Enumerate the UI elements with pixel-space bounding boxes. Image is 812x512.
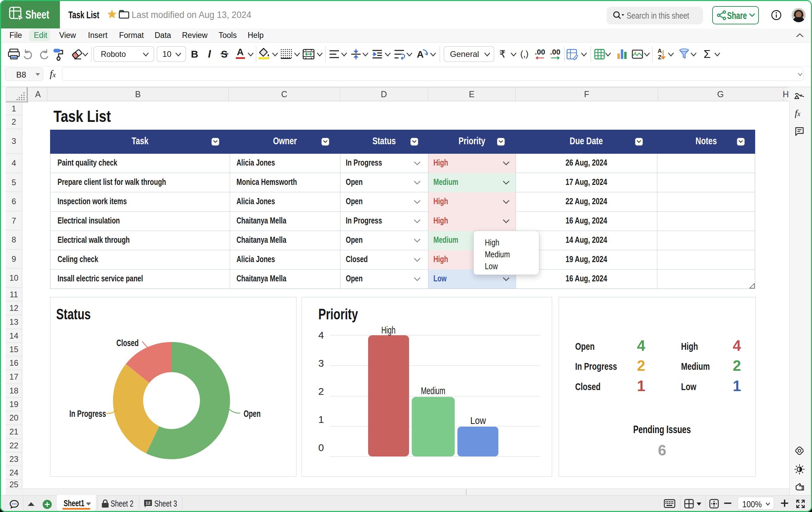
svg-text:Z: Z (658, 54, 661, 61)
svg-text:General: General (450, 49, 479, 59)
svg-text:Medium: Medium (421, 385, 445, 396)
svg-text:A: A (417, 49, 424, 60)
svg-text:Roboto: Roboto (101, 49, 126, 59)
svg-text:.00: .00 (535, 48, 545, 56)
svg-text:Low: Low (470, 415, 486, 426)
svg-text:Σ: Σ (703, 47, 710, 60)
svg-text:B: B (191, 48, 198, 60)
svg-text:4: 4 (318, 329, 324, 341)
svg-text:A: A (237, 47, 244, 57)
svg-text:A: A (658, 48, 662, 54)
svg-text:10: 10 (162, 49, 172, 59)
svg-text:I: I (208, 48, 211, 60)
svg-text:2: 2 (318, 386, 324, 397)
svg-text:12: 12 (145, 500, 150, 506)
svg-text:High: High (381, 325, 396, 336)
svg-text:₹: ₹ (499, 48, 505, 60)
svg-text:(,): (,) (520, 49, 529, 59)
svg-text:1: 1 (318, 414, 324, 425)
svg-text:3: 3 (318, 358, 324, 369)
svg-text:0: 0 (318, 442, 324, 453)
svg-text:.00: .00 (550, 48, 561, 56)
